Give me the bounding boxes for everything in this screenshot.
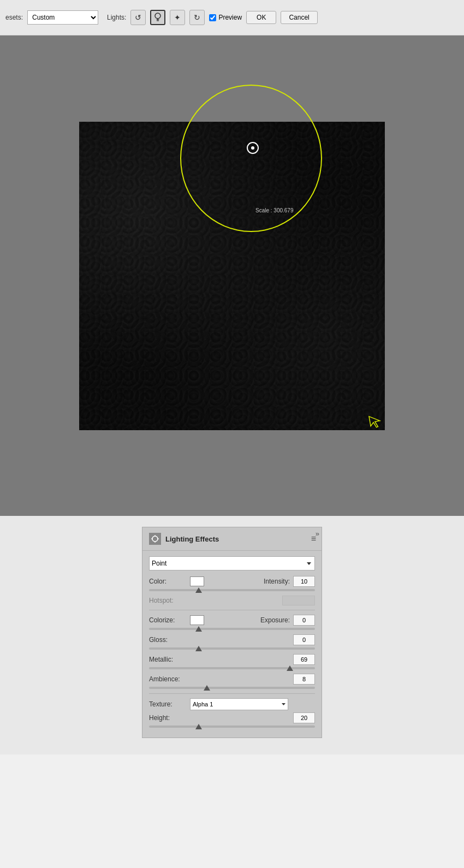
exposure-slider-thumb[interactable] [195,626,202,632]
ambience-slider-thumb[interactable] [204,685,210,691]
sun-button[interactable]: ✦ [170,10,185,25]
panel-header: Lighting Effects ≡ [142,527,322,551]
intensity-right: Intensity: [264,576,315,587]
ambience-row: Ambience: [149,674,315,685]
intensity-slider-row[interactable] [149,589,315,591]
svg-marker-4 [369,415,381,429]
light-center-handle[interactable] [247,142,259,154]
color-swatch[interactable] [190,576,204,586]
gloss-slider-row[interactable] [149,647,315,650]
exposure-slider-row[interactable] [149,628,315,630]
gloss-right [293,634,315,645]
gloss-slider-track[interactable] [149,647,315,650]
height-slider-thumb[interactable] [195,724,202,729]
orbit-button[interactable]: ↻ [189,10,205,25]
ambience-slider-track[interactable] [149,687,315,689]
exposure-input[interactable] [293,615,315,626]
metallic-slider-row[interactable] [149,667,315,669]
panel-title: Lighting Effects [165,535,219,543]
sun-icon: ✦ [174,13,181,22]
color-intensity-row: Color: Intensity: [149,576,315,587]
texture-row: Texture: Alpha 1 None Custom [149,698,315,710]
color-label: Color: [149,578,190,585]
colorize-label: Colorize: [149,616,190,624]
ok-button[interactable]: OK [246,11,276,24]
properties-panel: » Lighting Effects ≡ Point Spot [142,527,322,738]
orbit-icon: ↻ [194,13,200,22]
exposure-right: Exposure: [260,615,315,626]
preview-checkbox[interactable] [209,14,216,21]
svg-point-0 [155,13,160,19]
height-slider-row[interactable] [149,726,315,728]
metallic-label: Metallic: [149,656,190,663]
lights-label: Lights: [107,14,126,21]
exposure-slider-track[interactable] [149,628,315,630]
ambience-right [293,674,315,685]
hotspot-row: Hotspot: [149,596,315,605]
height-label: Height: [149,714,190,722]
presets-select[interactable]: Custom [27,10,98,25]
gloss-slider-thumb[interactable] [195,646,202,651]
arrow-cursor [366,412,384,432]
leather-pattern [79,122,385,430]
exposure-label: Exposure: [260,616,290,624]
gloss-row: Gloss: [149,634,315,645]
light-type-row: Point Spot Infinite [149,556,315,570]
intensity-slider-track[interactable] [149,589,315,591]
preview-label: Preview [218,14,242,21]
intensity-input[interactable] [293,576,315,587]
ambience-input[interactable] [293,674,315,685]
light-bulb-button[interactable] [150,10,165,25]
panel-body: Point Spot Infinite Color: Intensity: [142,551,322,738]
height-slider-track[interactable] [149,726,315,728]
ambience-slider-row[interactable] [149,687,315,689]
height-input[interactable] [293,712,315,723]
intensity-label: Intensity: [264,578,290,585]
scale-label: Scale : 300.679 [255,207,294,213]
panel-menu-icon[interactable]: ≡ [311,534,316,544]
rotate-icon: ↺ [135,13,141,22]
gloss-label: Gloss: [149,636,190,644]
colorize-exposure-row: Colorize: Exposure: [149,615,315,626]
preview-checkbox-label[interactable]: Preview [209,14,242,21]
leather-canvas [79,122,385,430]
cancel-button[interactable]: Cancel [281,11,317,24]
toolbar: esets: Custom Lights: ↺ ✦ ↻ Preview OK C… [0,0,464,35]
presets-label: esets: [5,14,23,21]
light-icon [154,12,162,23]
metallic-input[interactable] [293,654,315,665]
height-right [293,712,315,723]
texture-select[interactable]: Alpha 1 None Custom [190,698,288,710]
metallic-right [293,654,315,665]
metallic-row: Metallic: [149,654,315,665]
hotspot-value-field [282,596,315,605]
gloss-input[interactable] [293,634,315,645]
rotate-lights-button[interactable]: ↺ [130,10,146,25]
ambience-label: Ambience: [149,675,190,683]
svg-point-5 [152,536,158,542]
metallic-slider-thumb[interactable] [287,665,293,671]
lighting-effects-icon [149,533,161,545]
light-type-select[interactable]: Point Spot Infinite [149,556,315,570]
intensity-slider-thumb[interactable] [195,587,202,593]
height-row: Height: [149,712,315,723]
canvas-area[interactable]: Scale : 300.679 [0,35,464,516]
metallic-slider-track[interactable] [149,667,315,669]
colorize-swatch[interactable] [190,615,204,625]
texture-label: Texture: [149,700,190,708]
hotspot-label: Hotspot: [149,597,190,604]
